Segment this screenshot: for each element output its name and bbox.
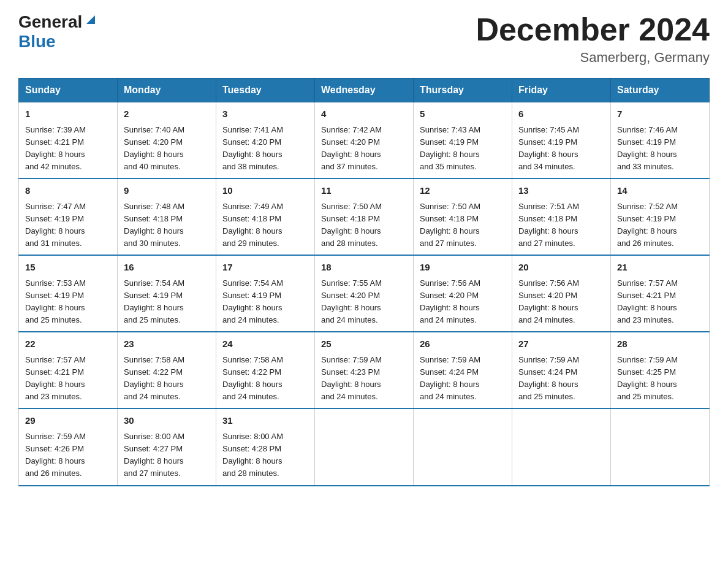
calendar-cell: 23Sunrise: 7:58 AMSunset: 4:22 PMDayligh… [118, 332, 216, 408]
day-info: Sunrise: 7:42 AMSunset: 4:20 PMDaylight:… [321, 124, 407, 174]
calendar-cell: 9Sunrise: 7:48 AMSunset: 4:18 PMDaylight… [118, 178, 216, 255]
day-info: Sunrise: 7:43 AMSunset: 4:19 PMDaylight:… [420, 124, 506, 174]
calendar-cell: 6Sunrise: 7:45 AMSunset: 4:19 PMDaylight… [512, 102, 611, 179]
calendar-cell: 24Sunrise: 7:58 AMSunset: 4:22 PMDayligh… [216, 332, 315, 408]
svg-marker-0 [86, 15, 95, 24]
calendar-cell: 7Sunrise: 7:46 AMSunset: 4:19 PMDaylight… [611, 102, 710, 179]
calendar-cell: 2Sunrise: 7:40 AMSunset: 4:20 PMDaylight… [118, 102, 216, 179]
day-number: 31 [222, 414, 308, 428]
day-number: 19 [420, 261, 506, 275]
day-info: Sunrise: 7:57 AMSunset: 4:21 PMDaylight:… [617, 277, 703, 327]
day-number: 5 [420, 107, 506, 121]
day-number: 2 [124, 107, 210, 121]
day-info: Sunrise: 7:57 AMSunset: 4:21 PMDaylight:… [25, 354, 111, 404]
calendar-cell [315, 408, 414, 485]
logo: General Blue [18, 12, 97, 52]
weekday-header-saturday: Saturday [611, 79, 710, 102]
day-number: 22 [25, 337, 111, 351]
title-block: December 2024 Samerberg, Germany [476, 12, 710, 66]
calendar-cell: 26Sunrise: 7:59 AMSunset: 4:24 PMDayligh… [414, 332, 512, 408]
weekday-header-monday: Monday [118, 79, 216, 102]
day-info: Sunrise: 7:55 AMSunset: 4:20 PMDaylight:… [321, 277, 407, 327]
calendar-week-2: 8Sunrise: 7:47 AMSunset: 4:19 PMDaylight… [19, 178, 710, 255]
day-number: 16 [124, 261, 210, 275]
day-number: 3 [222, 107, 308, 121]
day-number: 7 [617, 107, 703, 121]
calendar-header: SundayMondayTuesdayWednesdayThursdayFrid… [19, 79, 710, 102]
day-number: 6 [518, 107, 604, 121]
day-info: Sunrise: 7:56 AMSunset: 4:20 PMDaylight:… [518, 277, 604, 327]
day-number: 23 [124, 337, 210, 351]
calendar-cell: 21Sunrise: 7:57 AMSunset: 4:21 PMDayligh… [611, 255, 710, 332]
day-info: Sunrise: 7:59 AMSunset: 4:24 PMDaylight:… [420, 354, 506, 404]
calendar-cell: 5Sunrise: 7:43 AMSunset: 4:19 PMDaylight… [414, 102, 512, 179]
calendar-cell: 15Sunrise: 7:53 AMSunset: 4:19 PMDayligh… [19, 255, 118, 332]
day-number: 9 [124, 184, 210, 198]
day-number: 12 [420, 184, 506, 198]
weekday-header-sunday: Sunday [19, 79, 118, 102]
calendar-week-1: 1Sunrise: 7:39 AMSunset: 4:21 PMDaylight… [19, 102, 710, 179]
day-info: Sunrise: 7:58 AMSunset: 4:22 PMDaylight:… [222, 354, 308, 404]
day-info: Sunrise: 7:54 AMSunset: 4:19 PMDaylight:… [124, 277, 210, 327]
day-info: Sunrise: 7:58 AMSunset: 4:22 PMDaylight:… [124, 354, 210, 404]
calendar-cell: 30Sunrise: 8:00 AMSunset: 4:27 PMDayligh… [118, 408, 216, 485]
weekday-header-tuesday: Tuesday [216, 79, 315, 102]
calendar-cell: 18Sunrise: 7:55 AMSunset: 4:20 PMDayligh… [315, 255, 414, 332]
day-info: Sunrise: 7:59 AMSunset: 4:25 PMDaylight:… [617, 354, 703, 404]
calendar-cell: 14Sunrise: 7:52 AMSunset: 4:19 PMDayligh… [611, 178, 710, 255]
calendar-cell: 19Sunrise: 7:56 AMSunset: 4:20 PMDayligh… [414, 255, 512, 332]
calendar-cell: 20Sunrise: 7:56 AMSunset: 4:20 PMDayligh… [512, 255, 611, 332]
day-info: Sunrise: 7:40 AMSunset: 4:20 PMDaylight:… [124, 124, 210, 174]
day-number: 18 [321, 261, 407, 275]
day-info: Sunrise: 7:50 AMSunset: 4:18 PMDaylight:… [420, 201, 506, 250]
calendar-cell: 12Sunrise: 7:50 AMSunset: 4:18 PMDayligh… [414, 178, 512, 255]
calendar-week-5: 29Sunrise: 7:59 AMSunset: 4:26 PMDayligh… [19, 408, 710, 485]
day-number: 25 [321, 337, 407, 351]
month-title: December 2024 [476, 12, 710, 47]
day-info: Sunrise: 7:48 AMSunset: 4:18 PMDaylight:… [124, 201, 210, 250]
calendar-cell [512, 408, 611, 485]
calendar-cell: 25Sunrise: 7:59 AMSunset: 4:23 PMDayligh… [315, 332, 414, 408]
logo-triangle-svg [84, 13, 97, 26]
calendar-cell: 27Sunrise: 7:59 AMSunset: 4:24 PMDayligh… [512, 332, 611, 408]
day-info: Sunrise: 7:50 AMSunset: 4:18 PMDaylight:… [321, 201, 407, 250]
day-number: 10 [222, 184, 308, 198]
calendar-cell: 3Sunrise: 7:41 AMSunset: 4:20 PMDaylight… [216, 102, 315, 179]
day-info: Sunrise: 8:00 AMSunset: 4:28 PMDaylight:… [222, 431, 308, 480]
day-info: Sunrise: 7:52 AMSunset: 4:19 PMDaylight:… [617, 201, 703, 250]
day-number: 29 [25, 414, 111, 428]
day-number: 11 [321, 184, 407, 198]
day-info: Sunrise: 7:47 AMSunset: 4:19 PMDaylight:… [25, 201, 111, 250]
day-info: Sunrise: 7:56 AMSunset: 4:20 PMDaylight:… [420, 277, 506, 327]
day-info: Sunrise: 7:46 AMSunset: 4:19 PMDaylight:… [617, 124, 703, 174]
day-number: 15 [25, 261, 111, 275]
day-info: Sunrise: 7:59 AMSunset: 4:26 PMDaylight:… [25, 431, 111, 480]
calendar-cell: 29Sunrise: 7:59 AMSunset: 4:26 PMDayligh… [19, 408, 118, 485]
day-info: Sunrise: 7:59 AMSunset: 4:23 PMDaylight:… [321, 354, 407, 404]
day-number: 26 [420, 337, 506, 351]
weekday-header-friday: Friday [512, 79, 611, 102]
day-number: 1 [25, 107, 111, 121]
day-info: Sunrise: 7:59 AMSunset: 4:24 PMDaylight:… [518, 354, 604, 404]
calendar-cell [414, 408, 512, 485]
day-info: Sunrise: 7:39 AMSunset: 4:21 PMDaylight:… [25, 124, 111, 174]
weekday-header-wednesday: Wednesday [315, 79, 414, 102]
weekday-header-thursday: Thursday [414, 79, 512, 102]
day-info: Sunrise: 7:45 AMSunset: 4:19 PMDaylight:… [518, 124, 604, 174]
day-number: 30 [124, 414, 210, 428]
day-number: 8 [25, 184, 111, 198]
calendar-week-3: 15Sunrise: 7:53 AMSunset: 4:19 PMDayligh… [19, 255, 710, 332]
logo-general-text: General [18, 12, 82, 32]
logo-line1: General [18, 12, 97, 32]
calendar-cell: 31Sunrise: 8:00 AMSunset: 4:28 PMDayligh… [216, 408, 315, 485]
weekday-header-row: SundayMondayTuesdayWednesdayThursdayFrid… [19, 79, 710, 102]
day-number: 14 [617, 184, 703, 198]
day-info: Sunrise: 7:41 AMSunset: 4:20 PMDaylight:… [222, 124, 308, 174]
calendar-cell: 22Sunrise: 7:57 AMSunset: 4:21 PMDayligh… [19, 332, 118, 408]
day-info: Sunrise: 7:49 AMSunset: 4:18 PMDaylight:… [222, 201, 308, 250]
day-number: 17 [222, 261, 308, 275]
calendar-cell: 28Sunrise: 7:59 AMSunset: 4:25 PMDayligh… [611, 332, 710, 408]
calendar-body: 1Sunrise: 7:39 AMSunset: 4:21 PMDaylight… [19, 102, 710, 486]
location: Samerberg, Germany [476, 50, 710, 66]
logo-arrow-icon [84, 13, 97, 29]
